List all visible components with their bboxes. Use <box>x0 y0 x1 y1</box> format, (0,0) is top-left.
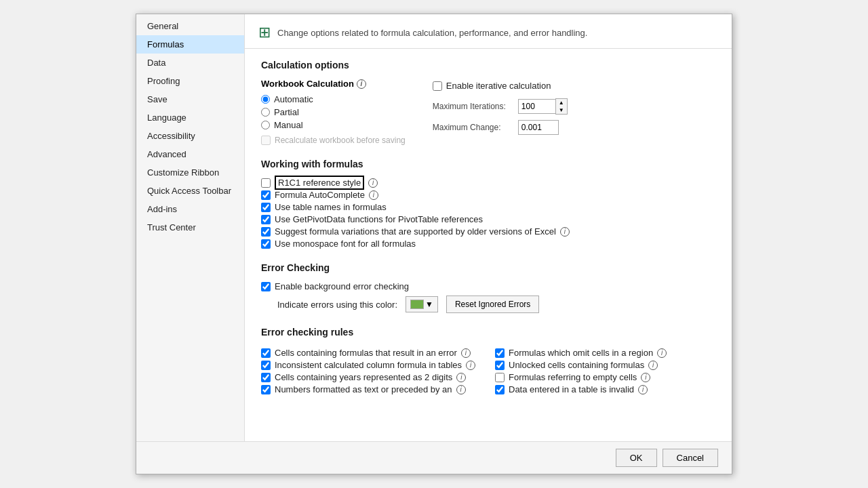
data-table-invalid-label: Data entered in a table is invalid <box>509 384 634 394</box>
autocomplete-label: Formula AutoComplete <box>275 190 365 200</box>
calc-radio-group: Automatic Partial Manual <box>261 94 406 130</box>
radio-manual-label: Manual <box>274 120 303 130</box>
unlocked-cells-label: Unlocked cells containing formulas <box>509 360 644 370</box>
ok-button[interactable]: OK <box>616 449 657 467</box>
enable-bg-error-checkbox[interactable] <box>261 282 271 291</box>
cells-formula-error-checkbox[interactable] <box>261 348 271 358</box>
monospace-checkbox[interactable] <box>261 239 271 249</box>
radio-automatic-label: Automatic <box>274 94 313 104</box>
sidebar-item-general[interactable]: General <box>136 17 244 35</box>
formulas-icon: ⊞ <box>258 24 271 41</box>
getpivotdata-row: Use GetPivotData functions for PivotTabl… <box>261 214 715 224</box>
cancel-button[interactable]: Cancel <box>663 449 718 467</box>
max-iterations-decrement[interactable]: ▼ <box>556 106 567 114</box>
max-iterations-increment[interactable]: ▲ <box>556 99 567 106</box>
radio-automatic-row: Automatic <box>261 94 406 104</box>
getpivotdata-label: Use GetPivotData functions for PivotTabl… <box>275 214 483 224</box>
data-table-invalid-row: Data entered in a table is invalid i <box>495 384 715 394</box>
autocomplete-checkbox[interactable] <box>261 190 271 200</box>
r1c1-highlighted-text: R1C1 reference style <box>275 176 364 190</box>
reset-ignored-errors-button[interactable]: Reset Ignored Errors <box>446 296 539 313</box>
max-iterations-input[interactable]: 100 <box>518 99 555 114</box>
radio-partial[interactable] <box>261 108 270 117</box>
formulas-empty-checkbox[interactable] <box>495 373 505 382</box>
suggest-variations-label: Suggest formula variations that are supp… <box>275 226 556 237</box>
max-iterations-row: Maximum Iterations: 100 ▲ ▼ <box>433 98 568 115</box>
formulas-omit-info-icon[interactable]: i <box>657 348 667 358</box>
cells-years-checkbox[interactable] <box>261 373 271 382</box>
workbook-calculation-label: Workbook Calculation <box>261 79 354 89</box>
monospace-row: Use monospace font for all formulas <box>261 239 715 249</box>
autocomplete-info-icon[interactable]: i <box>369 190 378 200</box>
recalculate-row: Recalculate workbook before saving <box>261 136 406 145</box>
error-checking-section: Error Checking Enable background error c… <box>261 262 715 313</box>
max-change-input[interactable]: 0.001 <box>518 120 559 135</box>
numbers-formatted-label: Numbers formatted as text or preceded by… <box>275 384 452 394</box>
numbers-formatted-info-icon[interactable]: i <box>456 385 466 394</box>
sidebar-item-quick-access-toolbar[interactable]: Quick Access Toolbar <box>136 182 244 200</box>
radio-manual[interactable] <box>261 121 270 129</box>
indicate-errors-label: Indicate errors using this color: <box>277 300 397 310</box>
enable-iterative-checkbox[interactable] <box>433 81 442 91</box>
formulas-omit-checkbox[interactable] <box>495 348 505 358</box>
radio-manual-row: Manual <box>261 120 406 130</box>
workbook-calc-info-icon[interactable]: i <box>357 79 366 89</box>
data-table-invalid-info-icon[interactable]: i <box>638 385 648 394</box>
enable-iterative-label: Enable iterative calculation <box>446 81 551 91</box>
radio-partial-row: Partial <box>261 107 406 117</box>
formulas-omit-label: Formulas which omit cells in a region <box>509 348 653 358</box>
sidebar-item-formulas[interactable]: Formulas <box>136 35 244 54</box>
getpivotdata-checkbox[interactable] <box>261 215 271 224</box>
calculation-options-title: Calculation options <box>261 60 715 70</box>
r1c1-checkbox[interactable] <box>261 178 271 188</box>
recalculate-checkbox <box>261 136 271 145</box>
error-color-swatch <box>410 300 424 309</box>
radio-partial-label: Partial <box>274 107 299 117</box>
enable-bg-error-row: Enable background error checking <box>261 281 715 291</box>
inconsistent-column-checkbox[interactable] <box>261 361 271 370</box>
inconsistent-column-info-icon[interactable]: i <box>466 361 475 370</box>
sidebar-item-data[interactable]: Data <box>136 54 244 72</box>
working-with-formulas-section: Working with formulas R1C1 reference sty… <box>261 159 715 249</box>
error-color-button[interactable]: ▼ <box>406 296 438 312</box>
numbers-formatted-checkbox[interactable] <box>261 385 271 394</box>
formulas-empty-row: Formulas referring to empty cells i <box>495 372 715 382</box>
table-names-checkbox[interactable] <box>261 203 271 212</box>
inconsistent-column-label: Inconsistent calculated column formula i… <box>275 360 462 370</box>
sidebar-item-trust-center[interactable]: Trust Center <box>136 218 244 237</box>
error-rules-grid: Cells containing formulas that result in… <box>261 346 715 396</box>
unlocked-cells-checkbox[interactable] <box>495 361 505 370</box>
cells-formula-error-info-icon[interactable]: i <box>461 348 471 358</box>
recalculate-label: Recalculate workbook before saving <box>275 136 406 145</box>
unlocked-cells-info-icon[interactable]: i <box>648 361 658 370</box>
sidebar-item-add-ins[interactable]: Add-ins <box>136 200 244 218</box>
error-checking-rules-title: Error checking rules <box>261 327 715 338</box>
suggest-variations-row: Suggest formula variations that are supp… <box>261 226 715 237</box>
sidebar-item-save[interactable]: Save <box>136 90 244 108</box>
r1c1-row: R1C1 reference style i <box>261 178 715 188</box>
monospace-label: Use monospace font for all formulas <box>275 239 416 249</box>
cells-formula-error-label: Cells containing formulas that result in… <box>275 348 457 358</box>
formulas-empty-info-icon[interactable]: i <box>641 373 650 382</box>
content-scroll: Calculation options Workbook Calculation… <box>245 49 732 441</box>
numbers-formatted-row: Numbers formatted as text or preceded by… <box>261 384 481 394</box>
data-table-invalid-checkbox[interactable] <box>495 385 505 394</box>
max-iterations-spinner[interactable]: 100 ▲ ▼ <box>518 98 568 115</box>
dialog-footer: OK Cancel <box>136 441 732 474</box>
sidebar-item-accessibility[interactable]: Accessibility <box>136 127 244 145</box>
enable-bg-error-label: Enable background error checking <box>275 281 409 291</box>
radio-automatic[interactable] <box>261 95 270 104</box>
sidebar-item-language[interactable]: Language <box>136 108 244 127</box>
table-names-row: Use table names in formulas <box>261 202 715 212</box>
r1c1-label: R1C1 reference style <box>275 178 364 188</box>
sidebar-item-advanced[interactable]: Advanced <box>136 145 244 163</box>
color-dropdown-arrow: ▼ <box>425 300 433 309</box>
suggest-variations-checkbox[interactable] <box>261 227 271 237</box>
sidebar-item-proofing[interactable]: Proofing <box>136 72 244 90</box>
r1c1-info-icon[interactable]: i <box>368 178 378 188</box>
content-area: ⊞ Change options related to formula calc… <box>245 14 732 441</box>
sidebar-item-customize-ribbon[interactable]: Customize Ribbon <box>136 163 244 182</box>
enable-iterative-row: Enable iterative calculation <box>433 81 568 91</box>
suggest-variations-info-icon[interactable]: i <box>560 227 570 237</box>
cells-years-info-icon[interactable]: i <box>456 373 466 382</box>
